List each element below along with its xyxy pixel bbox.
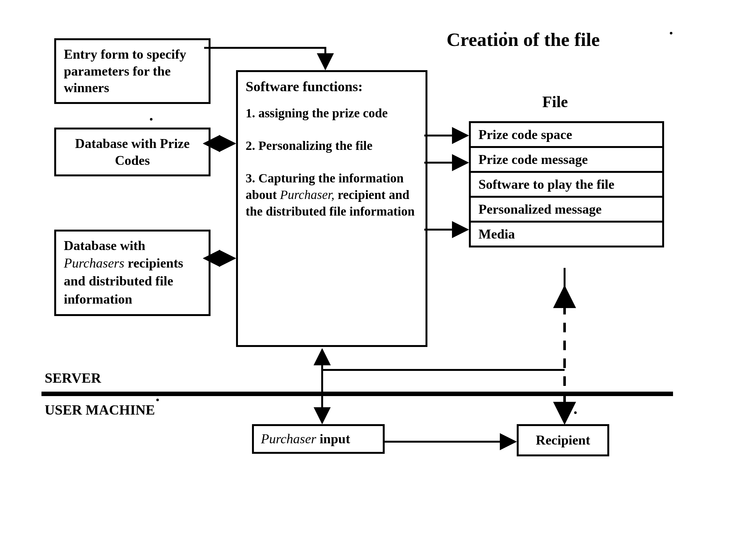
db-prize-codes-box: Database with Prize Codes bbox=[54, 127, 211, 176]
db-prize-codes-text: Database with Prize Codes bbox=[75, 136, 190, 168]
software-item-3: 3. Capturing the information about Purch… bbox=[245, 170, 418, 220]
file-row-prize-code-space: Prize code space bbox=[471, 123, 662, 148]
file-row-software-play: Software to play the file bbox=[471, 173, 662, 198]
file-heading: File bbox=[542, 93, 568, 111]
purchaser-input-rest: input bbox=[316, 432, 350, 446]
recipient-text: Recipient bbox=[536, 433, 590, 447]
file-row-prize-code-message: Prize code message bbox=[471, 148, 662, 173]
purchaser-input-hw: Purchaser bbox=[261, 432, 316, 446]
software-heading: Software functions: bbox=[245, 78, 418, 95]
db-recipients-hw: Purchasers bbox=[64, 256, 124, 271]
diagram-title: Creation of the file bbox=[446, 29, 600, 51]
entry-form-text: Entry form to specify parameters for the… bbox=[64, 47, 186, 95]
software-item-1: 1. assigning the prize code bbox=[245, 105, 418, 121]
db-recipients-box: Database with Purchasers recipients and … bbox=[54, 229, 211, 316]
user-machine-label: USER MACHINE bbox=[45, 402, 155, 418]
server-label: SERVER bbox=[45, 370, 101, 386]
diagram-stage: Creation of the file Entry form to speci… bbox=[0, 0, 755, 560]
file-row-media: Media bbox=[471, 223, 662, 245]
db-recipients-line1: Database with bbox=[64, 237, 201, 254]
software-item-2: 2. Personalizing the file bbox=[245, 137, 418, 154]
file-box: Prize code space Prize code message Soft… bbox=[469, 121, 664, 247]
file-row-personalized-message: Personalized message bbox=[471, 198, 662, 223]
recipient-box: Recipient bbox=[517, 424, 609, 456]
entry-form-box: Entry form to specify parameters for the… bbox=[54, 38, 211, 104]
purchaser-input-box: Purchaser input bbox=[252, 424, 385, 454]
software-functions-box: Software functions: 1. assigning the pri… bbox=[236, 70, 428, 347]
